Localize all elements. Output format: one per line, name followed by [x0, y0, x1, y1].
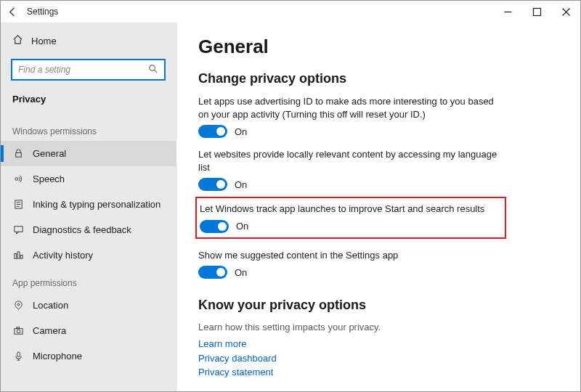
- location-icon: [12, 300, 24, 311]
- toggle-suggested-content[interactable]: [198, 266, 227, 279]
- option-advertising-id: Let apps use advertising ID to make ads …: [198, 95, 503, 138]
- know-sub: Learn how this setting impacts your priv…: [198, 322, 558, 332]
- sidebar-item-general[interactable]: General: [1, 141, 176, 166]
- svg-rect-6: [15, 153, 21, 158]
- sidebar-item-speech[interactable]: Speech: [1, 166, 176, 192]
- sidebar-item-camera[interactable]: Camera: [1, 318, 176, 343]
- option-track-launches: Let Windows track app launches to improv…: [198, 197, 503, 239]
- option-desc: Let websites provide locally relevant co…: [198, 148, 503, 173]
- svg-line-5: [154, 70, 157, 73]
- home-nav[interactable]: Home: [1, 30, 176, 52]
- link-privacy-statement[interactable]: Privacy statement: [198, 365, 558, 380]
- microphone-icon: [12, 351, 24, 362]
- svg-rect-20: [17, 352, 20, 357]
- current-page-label: Privacy: [1, 91, 176, 116]
- toggle-advertising-id[interactable]: [198, 125, 227, 138]
- link-learn-more[interactable]: Learn more: [198, 337, 558, 351]
- toggle-state: On: [235, 267, 247, 278]
- option-desc: Show me suggested content in the Setting…: [198, 249, 503, 262]
- toggle-state: On: [236, 221, 248, 232]
- sidebar-item-label: Speech: [33, 173, 65, 184]
- link-privacy-dashboard[interactable]: Privacy dashboard: [198, 351, 558, 366]
- group-label-windows-permissions: Windows permissions: [1, 116, 176, 141]
- home-icon: [12, 34, 24, 47]
- home-label: Home: [31, 36, 57, 46]
- svg-point-18: [17, 330, 20, 333]
- sidebar-item-microphone[interactable]: Microphone: [1, 343, 176, 369]
- svg-point-4: [150, 65, 155, 71]
- lock-icon: [12, 148, 24, 159]
- page-title: General: [198, 36, 558, 58]
- window-controls: [493, 1, 580, 22]
- know-heading: Know your privacy options: [198, 298, 558, 313]
- svg-rect-1: [533, 8, 540, 15]
- toggle-track-launches[interactable]: [200, 220, 229, 233]
- svg-point-16: [17, 303, 20, 306]
- option-desc: Let apps use advertising ID to make ads …: [198, 95, 503, 121]
- svg-rect-19: [16, 327, 19, 329]
- back-arrow-icon[interactable]: [7, 7, 18, 17]
- window-title: Settings: [27, 7, 58, 17]
- toggle-state: On: [235, 126, 247, 137]
- svg-point-7: [15, 178, 17, 181]
- search-icon: [147, 63, 158, 76]
- sidebar-item-diagnostics[interactable]: Diagnostics & feedback: [1, 217, 176, 242]
- svg-rect-15: [20, 256, 23, 259]
- maximize-button[interactable]: [522, 1, 551, 22]
- know-privacy-section: Know your privacy options Learn how this…: [198, 298, 558, 380]
- group-label-app-permissions: App permissions: [1, 268, 176, 293]
- highlight-annotation: Let Windows track app launches to improv…: [195, 197, 506, 239]
- sidebar-item-label: Location: [33, 300, 68, 311]
- camera-icon: [12, 325, 24, 336]
- sidebar-item-label: Microphone: [33, 351, 82, 362]
- clipboard-icon: [12, 199, 24, 210]
- search-input[interactable]: [18, 65, 142, 75]
- history-icon: [12, 250, 24, 261]
- search-input-container[interactable]: [11, 59, 166, 81]
- sidebar-item-label: Activity history: [33, 250, 93, 261]
- option-locally-relevant: Let websites provide locally relevant co…: [198, 148, 503, 191]
- sidebar-item-location[interactable]: Location: [1, 293, 176, 318]
- svg-rect-13: [14, 254, 16, 259]
- minimize-button[interactable]: [493, 1, 522, 22]
- svg-rect-12: [14, 226, 22, 232]
- sidebar-item-label: Camera: [33, 325, 66, 336]
- toggle-locally-relevant[interactable]: [198, 178, 227, 191]
- sidebar-item-label: Inking & typing personalization: [33, 199, 161, 210]
- sidebar-item-activity[interactable]: Activity history: [1, 242, 176, 268]
- sidebar: Home Privacy Windows permissions General…: [1, 23, 176, 391]
- title-bar: Settings: [1, 1, 580, 23]
- feedback-icon: [12, 224, 24, 235]
- svg-rect-14: [17, 252, 20, 258]
- content-pane: General Change privacy options Let apps …: [176, 23, 580, 391]
- option-desc: Let Windows track app launches to improv…: [200, 203, 502, 216]
- option-suggested-content: Show me suggested content in the Setting…: [198, 249, 503, 279]
- sidebar-item-label: Diagnostics & feedback: [33, 224, 131, 235]
- sidebar-item-inking[interactable]: Inking & typing personalization: [1, 192, 176, 217]
- close-button[interactable]: [551, 1, 580, 22]
- sidebar-item-label: General: [33, 148, 66, 159]
- toggle-state: On: [235, 179, 247, 190]
- speech-icon: [12, 173, 24, 184]
- change-privacy-heading: Change privacy options: [198, 71, 558, 86]
